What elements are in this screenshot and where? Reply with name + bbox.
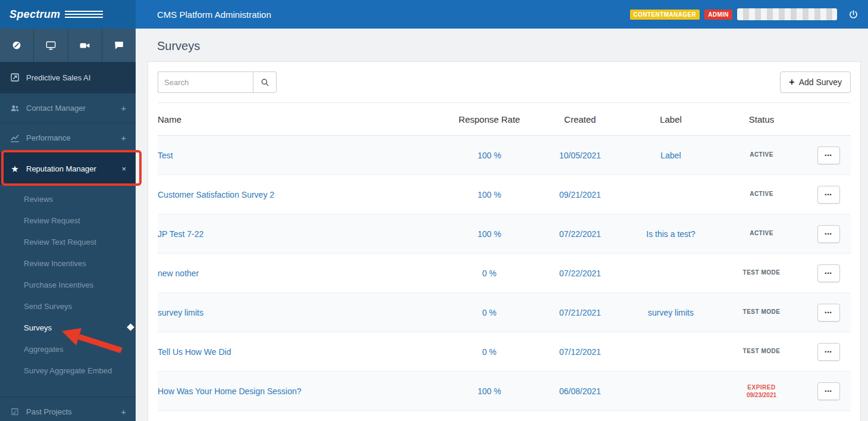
- row-actions-button[interactable]: •••: [817, 304, 840, 322]
- predictive-sales-ai-icon: [10, 72, 20, 83]
- sidebar-item-label: Reputation Manager: [26, 164, 96, 173]
- row-actions-button[interactable]: •••: [817, 382, 840, 400]
- brand-stripes-icon: [65, 11, 103, 18]
- row-actions-button[interactable]: •••: [817, 225, 840, 243]
- status-text: ACTIVE: [717, 230, 806, 236]
- contacts-people-icon: [10, 103, 20, 114]
- row-actions-button[interactable]: •••: [817, 264, 840, 282]
- video-camera-icon[interactable]: [68, 29, 102, 62]
- survey-name-link[interactable]: How Was Your Home Design Session?: [158, 386, 302, 396]
- column-header-name: Name: [158, 114, 443, 124]
- sidebar-item-purchase-incentives[interactable]: Purchase Incentives: [0, 274, 136, 295]
- response-rate-cell: 0 %: [443, 308, 535, 317]
- sidebar-icon-tabs: [0, 29, 136, 62]
- search-icon: [261, 78, 270, 87]
- created-cell: 09/21/2021: [535, 190, 625, 199]
- survey-name-link[interactable]: Test: [158, 151, 173, 160]
- table-row[interactable]: new nother 0 % 07/22/2021 TEST MODE •••: [158, 254, 851, 293]
- gauge-icon[interactable]: [0, 29, 34, 62]
- sidebar-item-label: Predictive Sales AI: [26, 73, 90, 82]
- sidebar-item-send-surveys[interactable]: Send Surveys: [0, 295, 136, 317]
- sidebar-item-label: Survey Aggregate Embed: [24, 366, 112, 375]
- star-icon: ★: [10, 164, 20, 174]
- sidebar-item-review-incentives[interactable]: Review Incentives: [0, 252, 136, 274]
- performance-chart-icon: [10, 133, 20, 144]
- logout-power-icon[interactable]: [847, 8, 860, 21]
- topbar-right: CONTENTMANAGER ADMIN: [630, 8, 868, 21]
- checkbox-icon: ☑: [10, 407, 20, 417]
- table-row[interactable]: survey limits 0 % 07/21/2021 survey limi…: [158, 293, 851, 332]
- user-name-redacted[interactable]: [737, 8, 837, 20]
- column-header-status: Status: [717, 114, 806, 124]
- collapse-close-icon[interactable]: ×: [121, 164, 126, 173]
- row-actions-button[interactable]: •••: [817, 186, 840, 204]
- column-header-response-rate: Response Rate: [443, 114, 535, 124]
- status-cell: ACTIVE: [717, 151, 806, 159]
- response-rate-cell: 100 %: [443, 229, 535, 239]
- sidebar-item-reputation-manager[interactable]: ★ Reputation Manager ×: [0, 152, 136, 185]
- sidebar-item-aggregates[interactable]: Aggregates: [0, 338, 136, 360]
- created-cell: 07/22/2021: [535, 269, 625, 278]
- label-cell: Is this a test?: [625, 229, 717, 239]
- status-cell: ACTIVE: [717, 230, 806, 238]
- survey-name-link[interactable]: Tell Us How We Did: [158, 347, 231, 357]
- sidebar-item-label: Review Request: [24, 216, 80, 225]
- row-actions-button[interactable]: •••: [817, 343, 840, 361]
- status-date: 09/23/2021: [717, 392, 806, 398]
- search-input[interactable]: [158, 71, 253, 93]
- monitor-icon[interactable]: [34, 29, 68, 62]
- survey-name-link[interactable]: new nother: [158, 269, 199, 278]
- status-text: TEST MODE: [717, 269, 806, 276]
- expand-plus-icon[interactable]: +: [121, 407, 126, 417]
- sidebar-item-surveys[interactable]: Surveys: [0, 317, 136, 338]
- created-cell: 07/21/2021: [535, 308, 625, 317]
- created-cell: 07/22/2021: [535, 229, 625, 239]
- status-cell: TEST MODE: [717, 269, 806, 277]
- expand-plus-icon[interactable]: +: [121, 103, 126, 113]
- brand-logo[interactable]: Spectrum: [0, 0, 136, 29]
- status-cell: TEST MODE: [717, 348, 806, 355]
- status-text: ACTIVE: [717, 151, 806, 158]
- sidebar-item-label: Purchase Incentives: [24, 280, 93, 289]
- sidebar-item-label: Review Text Request: [24, 238, 96, 247]
- sidebar-item-label: Review Incentives: [24, 259, 86, 268]
- sidebar-item-reviews[interactable]: Reviews: [0, 188, 136, 210]
- sidebar-item-predictive-sales-ai[interactable]: Predictive Sales AI: [0, 62, 136, 93]
- status-text: TEST MODE: [717, 308, 806, 315]
- sidebar-item-contact-manager[interactable]: Contact Manager +: [0, 93, 136, 123]
- label-cell: Label: [625, 151, 717, 160]
- status-text: EXPIRED: [717, 384, 806, 391]
- row-actions-button[interactable]: •••: [817, 146, 840, 164]
- active-caret-icon: [127, 323, 134, 331]
- expand-plus-icon[interactable]: +: [121, 133, 126, 143]
- sidebar-item-label: Aggregates: [24, 345, 64, 354]
- table-row[interactable]: How Was Your Home Design Session? 100 % …: [158, 372, 851, 411]
- survey-name-link[interactable]: Customer Satisfaction Survey 2: [158, 190, 274, 199]
- sidebar-item-performance[interactable]: Performance +: [0, 123, 136, 152]
- response-rate-cell: 0 %: [443, 347, 535, 357]
- sidebar-item-survey-aggregate-embed[interactable]: Survey Aggregate Embed: [0, 360, 136, 381]
- table-row[interactable]: Customer Satisfaction Survey 2 100 % 09/…: [158, 175, 851, 214]
- role-badge-admin: ADMIN: [704, 10, 732, 20]
- sidebar-item-past-projects[interactable]: ☑ Past Projects +: [0, 397, 136, 421]
- search-button[interactable]: [253, 71, 277, 93]
- table-row[interactable]: Test 100 % 10/05/2021 Label ACTIVE •••: [158, 136, 851, 175]
- survey-name-link[interactable]: survey limits: [158, 308, 203, 317]
- sidebar-item-review-text-request[interactable]: Review Text Request: [0, 231, 136, 252]
- page-title: Surveys: [157, 39, 868, 53]
- table-body: Test 100 % 10/05/2021 Label ACTIVE ••• C…: [158, 136, 851, 411]
- survey-name-link[interactable]: JP Test 7-22: [158, 229, 203, 239]
- sidebar-item-label: Surveys: [24, 323, 52, 332]
- add-survey-button[interactable]: + Add Survey: [780, 71, 851, 93]
- sidebar: Predictive Sales AI Contact Manager + Pe…: [0, 29, 136, 421]
- sidebar-item-label: Contact Manager: [26, 104, 86, 113]
- chat-icon[interactable]: [102, 29, 136, 62]
- sidebar-item-label: Send Surveys: [24, 302, 72, 311]
- status-text: TEST MODE: [717, 348, 806, 354]
- search-group: [158, 71, 277, 93]
- topbar: Spectrum CMS Platform Administration CON…: [0, 0, 868, 29]
- table-row[interactable]: JP Test 7-22 100 % 07/22/2021 Is this a …: [158, 214, 851, 254]
- sidebar-item-label: Past Projects: [26, 407, 72, 416]
- table-row[interactable]: Tell Us How We Did 0 % 07/12/2021 TEST M…: [158, 332, 851, 372]
- sidebar-item-review-request[interactable]: Review Request: [0, 210, 136, 231]
